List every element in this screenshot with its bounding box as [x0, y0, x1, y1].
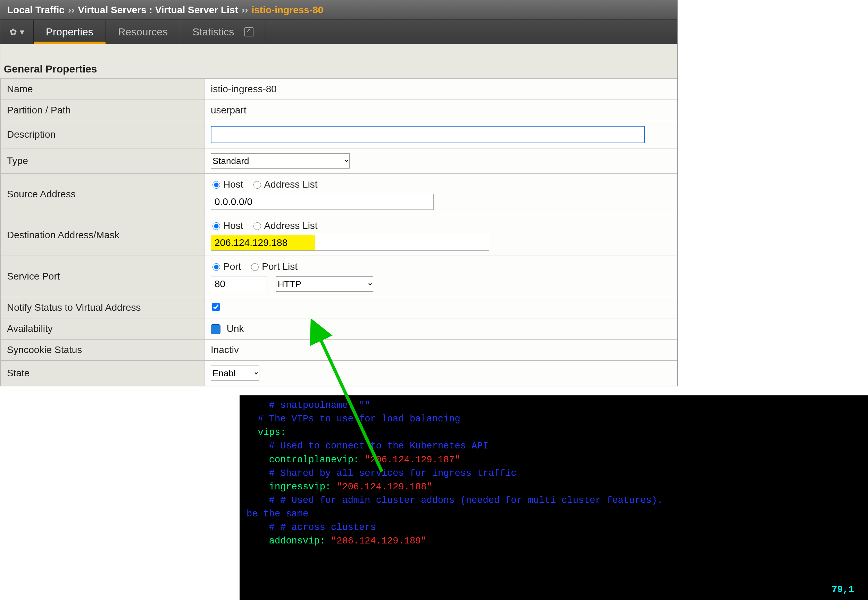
service-port-proto[interactable]: HTTP: [276, 276, 373, 292]
src-radio-addrlist-label: Address List: [264, 179, 318, 190]
row-syncookie: Syncookie Status Inactiv: [1, 339, 677, 361]
tab-properties-label: Properties: [46, 26, 93, 38]
svc-radio-portlist-input[interactable]: [251, 263, 258, 271]
row-notify-status: Notify Status to Virtual Address: [1, 297, 677, 318]
dst-radio-addrlist[interactable]: Address List: [252, 220, 318, 232]
src-radio-addrlist[interactable]: Address List: [252, 179, 318, 190]
vs-config-panel: Local Traffic ›› Virtual Servers : Virtu…: [0, 0, 678, 386]
chevron-down-icon: ▾: [20, 27, 24, 38]
row-type: Type Standard: [1, 148, 677, 174]
row-description: Description: [1, 121, 677, 148]
destination-address-input[interactable]: [211, 235, 489, 251]
tab-statistics[interactable]: Statistics: [180, 20, 266, 44]
service-port-input[interactable]: [211, 276, 267, 292]
popout-icon[interactable]: [245, 27, 254, 36]
src-radio-host-input[interactable]: [213, 181, 220, 189]
breadcrumb: Local Traffic ›› Virtual Servers : Virtu…: [0, 0, 677, 20]
dst-radio-host-label: Host: [223, 220, 243, 232]
description-input[interactable]: [211, 126, 645, 143]
label-name: Name: [1, 79, 205, 100]
availability-value: Unk: [227, 323, 244, 334]
svc-radio-portlist-label: Port List: [262, 261, 298, 273]
section-title: General Properties: [0, 63, 677, 78]
state-select[interactable]: Enabl: [211, 365, 259, 381]
dst-radio-addrlist-input[interactable]: [254, 222, 261, 230]
svc-radio-port-input[interactable]: [213, 263, 220, 271]
row-partition: Partition / Path userpart: [1, 100, 677, 121]
label-source-address: Source Address: [1, 174, 205, 215]
label-notify: Notify Status to Virtual Address: [1, 297, 205, 318]
src-radio-addrlist-input[interactable]: [254, 181, 261, 189]
properties-table: Name istio-ingress-80 Partition / Path u…: [0, 78, 677, 386]
crumb-root[interactable]: Local Traffic: [7, 5, 65, 16]
dst-radio-addrlist-label: Address List: [264, 220, 318, 232]
label-type: Type: [1, 148, 205, 174]
row-source-address: Source Address Host Address List: [1, 174, 677, 215]
label-partition: Partition / Path: [1, 100, 205, 121]
dst-radio-host-input[interactable]: [213, 222, 220, 230]
label-service-port: Service Port: [1, 256, 205, 297]
value-partition: userpart: [205, 100, 677, 121]
tab-statistics-label: Statistics: [192, 26, 234, 38]
tab-resources-label: Resources: [118, 26, 168, 38]
src-radio-host[interactable]: Host: [211, 179, 243, 190]
value-syncookie: Inactiv: [205, 339, 677, 361]
row-destination-address: Destination Address/Mask Host Address Li…: [1, 215, 677, 256]
content-area: General Properties Name istio-ingress-80…: [0, 44, 677, 386]
crumb-sep-2: ››: [242, 5, 248, 16]
tab-bar: ✿ ▾ Properties Resources Statistics: [0, 20, 677, 44]
label-syncookie: Syncookie Status: [1, 339, 205, 361]
label-availability: Availability: [1, 318, 205, 339]
crumb-mid[interactable]: Virtual Servers : Virtual Server List: [78, 5, 238, 16]
svc-radio-port[interactable]: Port: [211, 261, 241, 273]
gear-menu[interactable]: ✿ ▾: [0, 20, 34, 44]
gear-icon: ✿: [9, 27, 17, 38]
svc-radio-portlist[interactable]: Port List: [249, 261, 298, 273]
row-service-port: Service Port Port Port List: [1, 256, 677, 297]
svc-radio-port-label: Port: [223, 261, 241, 273]
crumb-leaf: istio-ingress-80: [251, 5, 323, 16]
status-icon: [211, 324, 220, 334]
crumb-sep-1: ››: [68, 5, 74, 16]
row-state: State Enabl: [1, 361, 677, 386]
notify-status-checkbox[interactable]: [212, 303, 220, 311]
source-address-input[interactable]: [211, 194, 434, 210]
dst-radio-host[interactable]: Host: [211, 220, 243, 232]
src-radio-host-label: Host: [223, 179, 243, 190]
type-select[interactable]: Standard: [211, 153, 350, 168]
label-description: Description: [1, 121, 205, 148]
tab-properties[interactable]: Properties: [34, 20, 106, 44]
label-destination: Destination Address/Mask: [1, 215, 205, 256]
row-name: Name istio-ingress-80: [1, 79, 677, 100]
value-name: istio-ingress-80: [205, 79, 677, 100]
tab-resources[interactable]: Resources: [106, 20, 180, 44]
label-state: State: [1, 361, 205, 386]
row-availability: Availability Unk: [1, 318, 677, 339]
